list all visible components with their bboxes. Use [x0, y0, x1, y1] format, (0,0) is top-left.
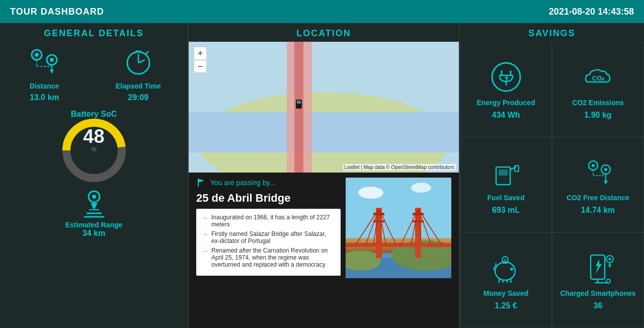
energy-value: 434 Wh — [492, 111, 520, 120]
svg-marker-19 — [91, 203, 98, 210]
distance-icon — [27, 44, 62, 79]
battery-percent: 48 — [56, 127, 132, 146]
svg-rect-25 — [189, 112, 459, 152]
distance-value: 13.0 km — [30, 93, 59, 102]
co2free-value: 14.74 km — [581, 206, 615, 215]
savings-title: SAVINGS — [460, 23, 644, 42]
general-details-title: GENERAL DETAILS — [44, 28, 143, 39]
svg-point-1 — [35, 53, 39, 57]
main-layout: GENERAL DETAILS Distance 13.0 km — [0, 23, 644, 328]
co2free-icon — [581, 154, 616, 190]
poi-fact-1-text: Inaugurated on 1966, it has a length of … — [211, 214, 336, 228]
app-title: TOUR DASHBOARD — [10, 7, 104, 17]
savings-grid: Energy Produced 434 Wh CO₂ CO2 Emissions… — [460, 42, 644, 328]
fuel-cell: Fuel Saved 693 mL — [460, 137, 552, 233]
svg-marker-31 — [198, 179, 204, 183]
co2-cell: CO₂ CO2 Emissions 1.90 kg — [552, 42, 644, 137]
svg-rect-64 — [499, 170, 508, 176]
top-stats-row: Distance 13.0 km Elapsed Time 29:09 — [0, 44, 188, 102]
fuel-icon — [489, 154, 524, 190]
map-svg — [189, 42, 459, 173]
svg-marker-7 — [50, 69, 54, 74]
distance-stat: Distance 13.0 km — [27, 44, 62, 102]
fuel-label: Fuel Saved — [488, 194, 525, 202]
svg-point-17 — [92, 195, 96, 199]
fuel-value: 693 mL — [492, 206, 520, 215]
svg-line-81 — [499, 279, 500, 283]
battery-section: Battery SoC 48 % — [56, 110, 132, 178]
money-label: Money Saved — [484, 289, 528, 297]
svg-marker-75 — [604, 181, 608, 185]
co2free-cell: CO2 Free Distance 14.74 km — [552, 137, 644, 233]
poi-text-column: You are passing by... 25 de Abril Bridge… — [196, 178, 341, 323]
co2-icon: CO₂ — [581, 59, 616, 95]
svg-point-73 — [604, 168, 607, 171]
svg-point-76 — [495, 262, 515, 280]
header: TOUR DASHBOARD 2021-08-20 14:43:58 — [0, 0, 644, 23]
svg-marker-94 — [608, 265, 611, 268]
svg-line-10 — [138, 60, 145, 63]
svg-line-84 — [511, 279, 511, 283]
range-icon — [76, 186, 112, 221]
range-label: Estimated Range — [65, 221, 123, 229]
money-value: 1.25 € — [495, 301, 517, 310]
flag-icon — [196, 178, 206, 188]
energy-label: Energy Produced — [477, 99, 535, 107]
co2free-label: CO2 Free Distance — [567, 194, 629, 202]
poi-fact-1: → Inaugurated on 1966, it has a length o… — [201, 214, 336, 228]
map-controls: + − — [194, 47, 207, 73]
bridge-image-svg — [346, 178, 451, 278]
poi-name: 25 de Abril Bridge — [196, 192, 341, 205]
poi-passing-text: You are passing by... — [210, 179, 275, 187]
smartphone-icon — [581, 250, 616, 285]
poi-arrow-2: → — [201, 230, 208, 244]
battery-gauge: 48 % — [56, 123, 132, 178]
svg-point-77 — [510, 268, 513, 271]
range-stat: Estimated Range 34 km — [65, 186, 123, 238]
elapsed-stat: Elapsed Time 29:09 — [116, 44, 161, 102]
smartphones-cell: Charged Smartphones 36 — [552, 232, 644, 328]
co2-label: CO2 Emissions — [572, 99, 624, 107]
co2-value: 1.90 kg — [584, 111, 611, 120]
svg-text:$: $ — [504, 258, 506, 263]
poi-section: You are passing by... 25 de Abril Bridge… — [189, 173, 459, 328]
energy-icon — [489, 59, 524, 95]
poi-fact-3: → Renamed after the Carnation Revolution… — [201, 247, 336, 268]
svg-line-65 — [510, 167, 516, 170]
svg-rect-66 — [515, 166, 519, 172]
poi-fact-2-text: Firstly named Salazar Bridge after Salaz… — [211, 230, 336, 244]
range-value: 34 km — [83, 229, 105, 238]
poi-header: You are passing by... — [196, 178, 341, 188]
poi-info-box: → Inaugurated on 1966, it has a length o… — [196, 209, 341, 276]
svg-point-33 — [358, 187, 383, 199]
energy-cell: Energy Produced 434 Wh — [460, 42, 552, 137]
poi-fact-2: → Firstly named Salazar Bridge after Sal… — [201, 230, 336, 244]
money-cell: $ Money Saved 1.25 € — [460, 232, 552, 328]
location-panel: LOCATION + − Leaf — [189, 23, 459, 328]
elapsed-label: Elapsed Time — [116, 82, 161, 90]
svg-text:CO₂: CO₂ — [592, 74, 604, 82]
savings-panel: SAVINGS Energy Produced 434 Wh — [459, 23, 644, 328]
elapsed-value: 29:09 — [128, 93, 148, 102]
general-details-panel: GENERAL DETAILS Distance 13.0 km — [0, 23, 189, 328]
poi-image — [346, 178, 451, 278]
battery-inner: 48 % — [56, 127, 132, 153]
distance-label: Distance — [30, 82, 59, 90]
svg-rect-45 — [346, 243, 451, 247]
map-attribution: Leaflet | Map data © OpenStreetMap contr… — [343, 164, 456, 171]
datetime-display: 2021-08-20 14:43:58 — [549, 7, 634, 17]
smartphones-value: 36 — [594, 301, 603, 310]
svg-rect-43 — [373, 220, 384, 222]
svg-line-82 — [503, 280, 503, 283]
svg-point-69 — [592, 164, 595, 167]
svg-point-34 — [411, 183, 431, 193]
map-zoom-in[interactable]: + — [194, 47, 207, 60]
battery-unit: % — [56, 146, 132, 153]
svg-rect-29 — [297, 101, 301, 104]
svg-point-92 — [608, 258, 611, 261]
elapsed-icon — [121, 44, 156, 79]
money-icon: $ — [489, 250, 524, 285]
poi-fact-3-text: Renamed after the Carnation Revolution o… — [211, 247, 336, 268]
svg-rect-32 — [346, 178, 451, 238]
map-zoom-out[interactable]: − — [194, 60, 207, 73]
